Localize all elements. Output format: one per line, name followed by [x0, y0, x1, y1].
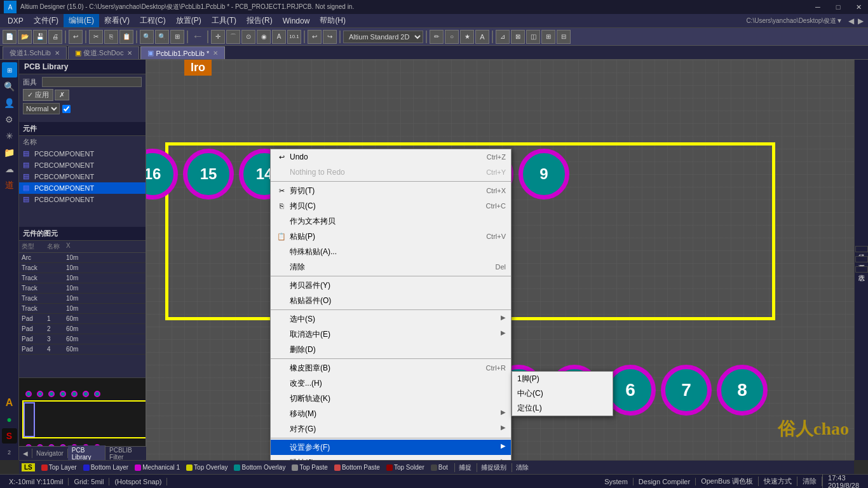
tb-coord[interactable]: 10.1: [287, 30, 301, 44]
menu-window[interactable]: Window: [278, 15, 315, 27]
layer-top-overlay[interactable]: Top Overlay: [184, 464, 230, 471]
tb-more1[interactable]: ⊿: [496, 30, 510, 44]
comp-item-0[interactable]: ▤ PCBCOMPONENT: [19, 148, 146, 159]
tb-star[interactable]: ★: [460, 30, 474, 44]
side-icon-a[interactable]: A: [2, 395, 17, 410]
menu-help[interactable]: 帮助(H): [315, 14, 351, 27]
pad-7[interactable]: 7: [661, 365, 712, 416]
tb-cross[interactable]: ✛: [211, 30, 225, 44]
layer-mech1[interactable]: Mechanical 1: [132, 464, 182, 471]
tb-undo[interactable]: ↩: [69, 30, 83, 44]
nav-back-icon[interactable]: ◀: [846, 17, 856, 25]
tab-pcblib-filter[interactable]: PCBLIB Filter: [105, 445, 146, 462]
layer-bot[interactable]: Bot: [428, 464, 451, 471]
pad-8[interactable]: 8: [717, 365, 768, 416]
layer-top[interactable]: Top Layer: [39, 464, 79, 471]
menu-tools[interactable]: 工具(T): [207, 14, 241, 27]
cm-copy[interactable]: ⎘ 拷贝(C) Ctrl+C: [271, 198, 511, 214]
cm-delete[interactable]: 删除(D): [271, 342, 511, 357]
tb-fit[interactable]: ⊞: [170, 30, 184, 44]
menu-dxp[interactable]: DXP: [3, 15, 29, 27]
tb-save[interactable]: 💾: [33, 30, 47, 44]
cm-align[interactable]: 对齐(G): [271, 421, 511, 437]
layer-top-solder[interactable]: Top Solder: [384, 464, 427, 471]
show-checkbox[interactable]: [62, 105, 71, 113]
tb-more5[interactable]: ⊟: [557, 30, 571, 44]
tab-schdoc[interactable]: ▣ 俊道.SchDoc ✕: [68, 46, 140, 59]
layer-bottom[interactable]: Bottom Layer: [81, 464, 131, 471]
tb-route[interactable]: ⌒: [226, 30, 240, 44]
layer-bottom-paste[interactable]: Bottom Paste: [332, 464, 383, 471]
side-icon-layers[interactable]: ⚙: [2, 112, 17, 127]
side-icon-folder[interactable]: 📁: [2, 145, 17, 160]
prim-row-5[interactable]: Track10m: [19, 304, 146, 314]
cm-select[interactable]: 选中(S): [271, 311, 511, 327]
cm-copy-comp[interactable]: 拷贝器件(Y): [271, 278, 511, 293]
design-compiler-label[interactable]: Design Compiler: [634, 478, 696, 485]
prim-row-2[interactable]: Track10m: [19, 273, 146, 283]
tb-atext[interactable]: A: [475, 30, 489, 44]
tb-zoom-out[interactable]: 🔍: [155, 30, 169, 44]
side-icon-bottom[interactable]: 2: [2, 445, 17, 460]
tb-print[interactable]: 🖨: [48, 30, 62, 44]
tab-navigator[interactable]: ◀: [19, 449, 32, 458]
tb-redo[interactable]: ↪: [323, 30, 337, 44]
cancel-button[interactable]: ✗: [55, 90, 69, 100]
view-select[interactable]: Altium Standard 2D: [343, 30, 423, 43]
ls-label[interactable]: LS: [22, 463, 35, 471]
tb-more4[interactable]: ⊞: [541, 30, 555, 44]
menu-project[interactable]: 工程(C): [135, 14, 171, 27]
tb-cut[interactable]: ✂: [89, 30, 103, 44]
cm-copy-text[interactable]: 作为文本拷贝: [271, 214, 511, 229]
side-icon-windows[interactable]: ⊞: [2, 62, 17, 78]
menu-view[interactable]: 察看(V): [99, 14, 135, 27]
cm-set-ref[interactable]: 设置参考(F): [271, 440, 511, 455]
menu-place[interactable]: 放置(P): [171, 14, 207, 27]
capture-level-btn[interactable]: 捕捉级别: [477, 463, 510, 472]
cm-paste[interactable]: 📋 粘贴(P) Ctrl+V: [271, 229, 511, 244]
side-icon-person[interactable]: 👤: [2, 95, 17, 111]
cm-undo[interactable]: ↩ Undo Ctrl+Z: [271, 149, 511, 165]
menu-file[interactable]: 文件(F): [29, 14, 64, 27]
prim-row-1[interactable]: Track10m: [19, 263, 146, 273]
tb-paste[interactable]: 📋: [119, 30, 133, 44]
tb-more3[interactable]: ◫: [526, 30, 540, 44]
clear-status-btn[interactable]: 清除: [797, 477, 822, 486]
canvas-area[interactable]: 16 15 14 13 12 11 10 9 2 3 4 5 6 7 8 1: [146, 60, 868, 460]
pad-15[interactable]: 15: [183, 149, 234, 200]
tab-pcblib[interactable]: ▣ PcbLib1.PcbLib * ✕: [140, 46, 225, 59]
prim-row-3[interactable]: Track10m: [19, 283, 146, 294]
comp-item-4[interactable]: ▤ PCBCOMPONENT: [19, 194, 146, 205]
cm-rubber[interactable]: 橡皮图章(B) Ctrl+R: [271, 360, 511, 376]
tb-copy[interactable]: ⎘: [104, 30, 118, 44]
pad-9[interactable]: 9: [519, 149, 569, 200]
layer-bottom-overlay[interactable]: Bottom Overlay: [231, 464, 288, 471]
openbus-label[interactable]: OpenBus 调色板: [696, 477, 759, 486]
side-icon-s[interactable]: S: [2, 428, 17, 444]
sub-locate[interactable]: 定位(L): [512, 401, 613, 416]
menu-reports[interactable]: 报告(R): [241, 14, 278, 27]
cm-deselect[interactable]: 取消选中(E): [271, 327, 511, 342]
tab-schdoc-close[interactable]: ✕: [127, 50, 132, 57]
tb-via[interactable]: ⊙: [241, 30, 255, 44]
quick-settings-label[interactable]: 快速方式: [759, 477, 797, 486]
side-icon-cloud[interactable]: ☁: [2, 161, 17, 177]
face-input[interactable]: [42, 77, 142, 87]
side-icon-search[interactable]: 🔍: [2, 79, 17, 94]
tb-undo2[interactable]: ↩: [308, 30, 322, 44]
prim-row-7[interactable]: Pad260m: [19, 324, 146, 334]
right-panel-status[interactable]: 状态: [855, 266, 868, 273]
side-icon-road[interactable]: 道: [2, 178, 17, 193]
cm-move[interactable]: 移动(M): [271, 406, 511, 421]
tb-circle[interactable]: ○: [445, 30, 459, 44]
normal-select[interactable]: Normal: [23, 103, 60, 114]
maximize-button[interactable]: □: [829, 0, 848, 14]
prim-row-6[interactable]: Pad160m: [19, 314, 146, 324]
side-icon-fan[interactable]: ✳: [2, 128, 17, 144]
apply-button[interactable]: ✓ 应用: [23, 89, 53, 101]
tb-text[interactable]: A: [272, 30, 286, 44]
side-icon-green-circle[interactable]: ●: [2, 412, 17, 427]
tab-schlib[interactable]: 俊道1.SchLib ✕: [3, 46, 67, 59]
cm-paste-comp[interactable]: 粘贴器件(O): [271, 293, 511, 308]
menu-edit[interactable]: 编辑(E): [64, 14, 99, 27]
